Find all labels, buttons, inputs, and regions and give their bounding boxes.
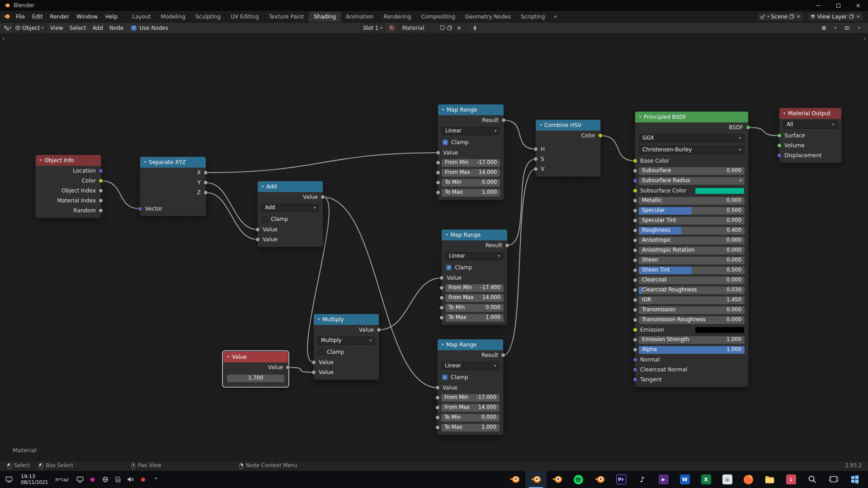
input-socket-specular-tint[interactable]	[633, 218, 637, 223]
close-button[interactable]: ×	[848, 0, 868, 11]
input-socket-volume[interactable]	[777, 143, 782, 148]
field-to-min[interactable]: To Min0.000	[445, 304, 504, 312]
node-header-map-range-1[interactable]: ▾Map Range	[438, 104, 504, 115]
input-socket-vector[interactable]	[138, 206, 142, 211]
input-socket-roughness[interactable]	[633, 228, 637, 233]
input-socket-to-min[interactable]	[435, 415, 440, 420]
output-socket-location[interactable]	[99, 169, 103, 173]
value-field[interactable]: 1.700	[227, 375, 284, 382]
pin-icon[interactable]	[470, 23, 479, 33]
tray-monitor-icon[interactable]	[0, 476, 18, 483]
subsurface-method-dropdown[interactable]: Christensen-Burley▾	[639, 146, 745, 154]
input-socket-from-min[interactable]	[436, 160, 440, 165]
tab-shading[interactable]: Shading	[309, 12, 341, 22]
tray-document-icon[interactable]	[114, 475, 122, 483]
sidebar-expand-arrow[interactable]: ‹	[863, 35, 866, 42]
minimize-button[interactable]	[808, 0, 828, 11]
field-to-max[interactable]: To Max1.000	[445, 314, 504, 322]
node-header-separate-xyz[interactable]: ▾Separate XYZ	[140, 157, 206, 168]
target-dropdown[interactable]: All▾	[783, 121, 838, 129]
node-header-add[interactable]: ▾Add	[258, 181, 323, 192]
editor-menu-view[interactable]: View	[47, 23, 66, 33]
slider-emission-strength[interactable]: Emission Strength1.000	[639, 336, 745, 344]
checkbox-clamp[interactable]: ✓	[443, 140, 448, 145]
input-socket-ior[interactable]	[633, 298, 637, 302]
taskbar-spotify-icon[interactable]	[568, 471, 589, 488]
output-socket-result[interactable]	[501, 353, 505, 357]
tab-texture-paint[interactable]: Texture Paint	[264, 12, 309, 22]
input-socket-sheen[interactable]	[633, 258, 637, 263]
scene-selector[interactable]: ▾ Scene ×	[757, 12, 804, 21]
tab-compositing[interactable]: Compositing	[416, 12, 460, 22]
tab-animation[interactable]: Animation	[341, 12, 378, 22]
tray-globe-icon[interactable]	[101, 475, 109, 483]
node-object-info[interactable]: ▾Object InfoLocationColorObject IndexMat…	[35, 155, 101, 218]
node-link[interactable]	[206, 183, 258, 230]
tab-modeling[interactable]: Modeling	[156, 12, 191, 22]
output-socket-random[interactable]	[99, 208, 103, 213]
tab-sculpting[interactable]: Sculpting	[190, 12, 226, 22]
field-from-max[interactable]: From Max14.000	[442, 169, 500, 177]
node-link[interactable]	[504, 120, 536, 149]
field-from-min[interactable]: From Min-17.000	[442, 159, 500, 167]
node-header-multiply[interactable]: ▾Multiply	[314, 314, 379, 325]
slider-alpha[interactable]: Alpha1.000	[639, 346, 745, 354]
node-value-node[interactable]: ▾ValueValue1.700	[223, 351, 288, 387]
slider-metallic[interactable]: Metallic0.000	[639, 197, 745, 205]
maximize-button[interactable]	[828, 0, 848, 11]
node-link[interactable]	[206, 192, 258, 239]
color-swatch-emission[interactable]	[695, 327, 745, 333]
input-socket-tangent[interactable]	[633, 377, 637, 382]
editor-menu-node[interactable]: Node	[106, 23, 127, 33]
collapse-arrow-icon[interactable]: ▾	[262, 185, 264, 188]
input-socket-metallic[interactable]	[633, 198, 637, 203]
slider-sheen[interactable]: Sheen0.000	[639, 257, 745, 264]
remove-view-layer-icon[interactable]: ×	[856, 14, 861, 19]
field-to-min[interactable]: To Min0.000	[442, 179, 500, 187]
checkbox-clamp[interactable]: ✓	[446, 265, 452, 270]
taskbar-music-icon[interactable]: ♪	[632, 471, 653, 488]
input-socket-value[interactable]	[439, 276, 444, 280]
slider-transmission[interactable]: Transmission0.000	[639, 306, 745, 314]
node-link[interactable]	[379, 278, 442, 330]
input-socket-value[interactable]	[255, 237, 260, 242]
output-socket-object-index[interactable]	[99, 188, 103, 193]
shader-type-dropdown[interactable]: Object ▾	[13, 23, 46, 33]
node-link[interactable]	[507, 159, 536, 245]
add-view-layer-icon[interactable]	[849, 14, 854, 19]
node-material-output[interactable]: ▾Material OutputAll▾SurfaceVolumeDisplac…	[779, 108, 842, 163]
taskbar-start-icon[interactable]	[844, 471, 865, 488]
output-socket-value[interactable]	[377, 328, 381, 332]
taskbar-search-icon[interactable]	[802, 471, 823, 488]
node-link[interactable]	[101, 181, 140, 209]
editor-menu-add[interactable]: Add	[90, 23, 106, 33]
language-indicator[interactable]: עברית	[51, 477, 73, 482]
input-socket-base-color[interactable]	[633, 159, 637, 163]
collapse-arrow-icon[interactable]: ▾	[446, 233, 448, 237]
menu-window[interactable]: Window	[73, 12, 101, 22]
field-from-min[interactable]: From Min-17.000	[441, 394, 500, 402]
input-socket-value[interactable]	[311, 370, 316, 375]
node-link[interactable]	[288, 367, 314, 372]
tab-layout[interactable]: Layout	[127, 12, 156, 22]
field-from-max[interactable]: From Max14.000	[441, 404, 500, 412]
input-socket-displacement[interactable]	[777, 153, 782, 158]
taskbar-firefox-icon[interactable]	[738, 471, 759, 488]
collapse-arrow-icon[interactable]: ▾	[227, 355, 229, 359]
slider-specular[interactable]: Specular0.500	[639, 207, 745, 215]
tray-chevron-up-icon[interactable]: ^	[152, 475, 160, 483]
new-scene-icon[interactable]	[789, 14, 794, 19]
output-socket-z[interactable]	[203, 190, 208, 195]
input-socket-value[interactable]	[255, 227, 260, 232]
input-socket-specular[interactable]	[633, 208, 637, 213]
editor-type-dropdown[interactable]: ▾	[3, 23, 12, 33]
taskbar-folder-icon[interactable]	[759, 471, 780, 488]
slider-transmission-roughness[interactable]: Transmission Roughness0.000	[639, 316, 745, 324]
unl ink-material-icon[interactable]: ×	[454, 23, 463, 33]
editor-options-dropdown[interactable]: ▾	[854, 23, 863, 33]
input-socket-anisotropic-rotation[interactable]	[633, 248, 637, 253]
slot-dropdown[interactable]: Slot 1 ▾	[360, 23, 385, 33]
blender-app-menu[interactable]	[4, 13, 10, 20]
node-multiply[interactable]: ▾MultiplyValueMultiply▾ClampValueValue	[313, 314, 379, 380]
operation-dropdown[interactable]: Add▾	[261, 204, 319, 212]
